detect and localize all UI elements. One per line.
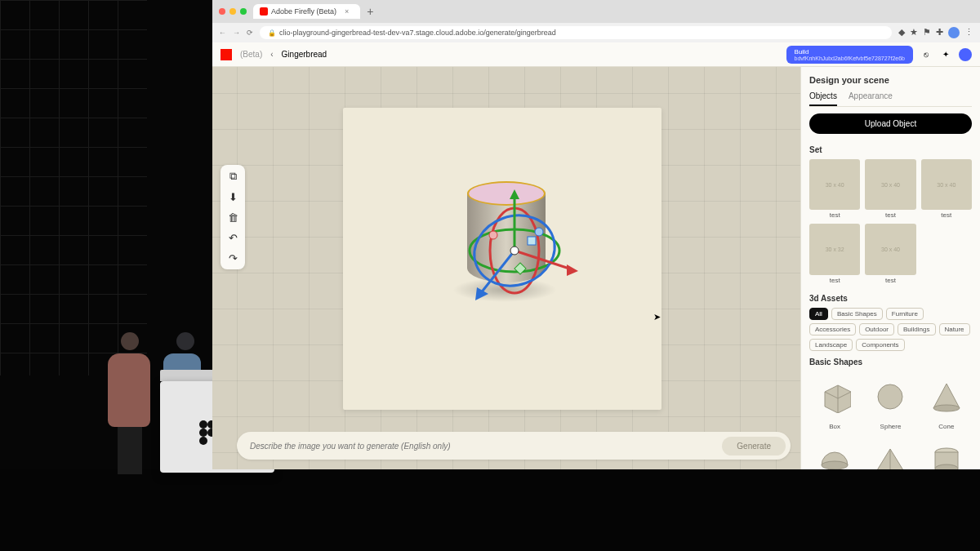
prompt-input[interactable] xyxy=(250,442,722,451)
delete-button[interactable]: 🗑 xyxy=(228,211,238,224)
category-chip[interactable]: Outdoor xyxy=(859,323,894,335)
category-chip[interactable]: Nature xyxy=(939,323,970,335)
extension-icon[interactable]: ⚑ xyxy=(923,27,931,38)
asset-box[interactable]: Box xyxy=(809,371,860,430)
extension-icon[interactable]: ✚ xyxy=(936,27,943,38)
adobe-logo-icon xyxy=(220,49,232,60)
canvas-toolbar: ⧉ ⬇ 🗑 ↶ ↷ xyxy=(220,165,245,269)
asset-cone[interactable]: Cone xyxy=(921,371,972,430)
redo-button[interactable]: ↷ xyxy=(229,252,238,264)
browser-address-bar: ← → ⟳ 🔒 clio-playground-gingerbread-test… xyxy=(212,23,980,42)
category-chip[interactable]: Furniture xyxy=(886,308,924,320)
prompt-bar: Generate xyxy=(237,432,791,460)
svg-point-21 xyxy=(822,461,848,469)
duplicate-button[interactable]: ⧉ xyxy=(229,170,237,183)
set-thumbnail[interactable]: 30 x 40test xyxy=(865,224,915,283)
url-text: clio-playground-gingerbread-test-dev-va7… xyxy=(279,29,556,37)
share-icon[interactable]: ⎋ xyxy=(920,48,933,61)
svg-point-18 xyxy=(878,384,902,409)
mouse-cursor-icon: ➤ xyxy=(653,312,661,322)
panel-title: Design your scene xyxy=(809,75,972,85)
extension-icon[interactable]: ◆ xyxy=(898,27,905,38)
presenter-1 xyxy=(108,332,152,471)
category-chip[interactable]: Buildings xyxy=(898,323,935,335)
beta-label: (Beta) xyxy=(240,50,262,59)
undo-button[interactable]: ↶ xyxy=(229,232,238,244)
asset-sphere[interactable]: Sphere xyxy=(865,371,915,430)
help-icon[interactable]: ✦ xyxy=(939,48,952,61)
browser-tab[interactable]: Adobe Firefly (Beta) × xyxy=(253,4,360,19)
projected-screen: Adobe Firefly (Beta) × + ← → ⟳ 🔒 clio-pl… xyxy=(212,0,980,469)
set-thumbnail[interactable]: 30 x 40test xyxy=(809,159,860,219)
download-button[interactable]: ⬇ xyxy=(229,191,238,203)
browser-tabstrip: Adobe Firefly (Beta) × + xyxy=(212,0,980,23)
set-thumbnail[interactable]: 30 x 32test xyxy=(809,224,860,283)
selected-object-cylinder[interactable] xyxy=(457,173,555,295)
user-avatar-icon[interactable] xyxy=(959,48,972,61)
lock-icon: 🔒 xyxy=(268,29,276,37)
close-tab-icon[interactable]: × xyxy=(345,7,349,16)
breadcrumb-back-icon[interactable]: ‹ xyxy=(270,50,273,59)
app-header: (Beta) ‹ Gingerbread Build bdvfKnhKhJubd… xyxy=(212,42,980,67)
nav-back-icon[interactable]: ← xyxy=(219,29,226,37)
tab-title: Adobe Firefly (Beta) xyxy=(271,7,336,16)
breadcrumb[interactable]: Gingerbread xyxy=(282,50,327,59)
upload-object-button[interactable]: Upload Object xyxy=(809,113,972,134)
window-controls[interactable] xyxy=(212,8,253,15)
category-chip[interactable]: Basic Shapes xyxy=(831,308,883,320)
asset-cylinder[interactable]: Cylinder xyxy=(921,435,972,469)
browser-menu-icon[interactable]: ⋮ xyxy=(964,27,973,38)
tab-objects[interactable]: Objects xyxy=(809,91,837,106)
svg-point-20 xyxy=(933,405,960,411)
profile-avatar-icon[interactable] xyxy=(948,27,960,38)
set-thumbnail[interactable]: 30 x 40test xyxy=(921,159,972,219)
category-chip[interactable]: Accessories xyxy=(809,323,856,335)
assets-section-label: 3d Assets xyxy=(809,294,972,303)
set-thumbnail[interactable]: 30 x 40test xyxy=(865,159,915,219)
category-chip[interactable]: Components xyxy=(856,339,904,351)
new-tab-button[interactable]: + xyxy=(360,5,380,18)
category-chip[interactable]: All xyxy=(809,308,828,320)
nav-forward-icon[interactable]: → xyxy=(233,29,240,37)
extension-icon[interactable]: ★ xyxy=(910,27,918,38)
asset-pyramid[interactable]: Pyramid xyxy=(865,435,915,469)
asset-hemisphere[interactable]: Hemisphere xyxy=(809,435,860,469)
category-chip[interactable]: Landscape xyxy=(809,339,853,351)
generate-button[interactable]: Generate xyxy=(722,437,786,455)
nav-reload-icon[interactable]: ⟳ xyxy=(247,29,253,37)
shapes-section-label: Basic Shapes xyxy=(809,358,972,367)
adobe-favicon-icon xyxy=(260,7,268,16)
set-section-label: Set xyxy=(809,145,972,154)
build-chip[interactable]: Build bdvfKnhKhJubd2ab6fKefvbf5e728727f2… xyxy=(786,46,913,64)
right-panel: Design your scene Objects Appearance Upl… xyxy=(800,67,980,469)
canvas-viewport[interactable]: ⧉ ⬇ 🗑 ↶ ↷ xyxy=(212,67,800,469)
tab-appearance[interactable]: Appearance xyxy=(849,91,893,106)
url-field[interactable]: 🔒 clio-playground-gingerbread-test-dev-v… xyxy=(260,26,892,39)
